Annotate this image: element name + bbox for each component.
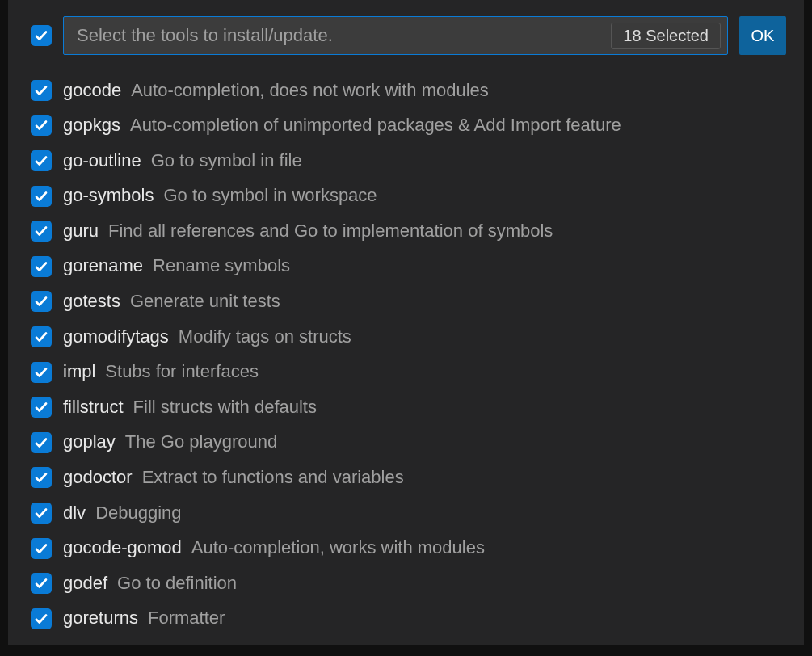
item-name: go-symbols [63,184,154,208]
item-name: gocode [63,79,121,103]
item-checkbox[interactable] [31,326,52,347]
item-text: go-outlineGo to symbol in file [63,149,302,173]
list-item[interactable]: godoctorExtract to functions and variabl… [31,460,786,496]
check-icon [34,189,48,204]
item-description: Go to symbol in file [151,149,302,173]
item-text: fillstructFill structs with defaults [63,396,317,419]
item-description: Auto-completion, works with modules [191,536,485,560]
item-description: Auto-completion of unimported packages &… [130,114,621,137]
item-name: gomodifytags [63,326,169,349]
check-icon [34,400,48,414]
item-text: guruFind all references and Go to implem… [63,220,553,243]
item-checkbox[interactable] [31,362,52,383]
check-icon [34,365,48,380]
item-checkbox[interactable] [31,432,52,453]
item-text: dlvDebugging [63,502,182,525]
check-icon [34,506,48,520]
check-icon [34,153,48,168]
list-item[interactable]: godefGo to definition [31,566,786,601]
list-item[interactable]: go-symbolsGo to symbol in workspace [31,179,786,214]
check-icon [34,294,48,309]
list-item[interactable]: gorenameRename symbols [31,249,786,284]
item-text: gomodifytagsModify tags on structs [63,326,351,349]
item-text: goreturnsFormatter [63,607,225,630]
item-checkbox[interactable] [31,115,52,136]
list-item[interactable]: implStubs for interfaces [31,355,786,390]
item-description: Extract to functions and variables [142,466,404,490]
item-name: gocode-gomod [63,536,182,560]
item-name: go-outline [63,149,141,173]
item-description: Stubs for interfaces [105,360,259,384]
item-checkbox[interactable] [31,221,52,242]
list-item[interactable]: gocodeAuto-completion, does not work wit… [31,73,786,108]
item-checkbox[interactable] [31,150,52,171]
check-icon [34,435,48,450]
list-item[interactable]: dlvDebugging [31,495,786,531]
item-checkbox[interactable] [31,291,52,312]
list-item[interactable]: gomodifytagsModify tags on structs [31,319,786,355]
item-checkbox[interactable] [31,608,52,629]
item-checkbox[interactable] [31,467,52,488]
item-name: godoctor [63,466,133,490]
item-name: guru [63,220,99,243]
item-description: Find all references and Go to implementa… [108,220,553,243]
quickpick-panel: 18 Selected OK gocodeAuto-completion, do… [8,0,804,645]
item-text: implStubs for interfaces [63,360,259,384]
selection-count-badge: 18 Selected [611,23,721,49]
item-text: goplayThe Go playground [63,431,277,454]
check-icon [34,470,48,485]
item-text: godefGo to definition [63,572,237,595]
filter-input-container: 18 Selected [63,16,728,55]
item-description: Generate unit tests [130,290,280,313]
check-icon [34,83,48,98]
check-icon [34,612,48,626]
tool-list: gocodeAuto-completion, does not work wit… [31,73,786,637]
check-icon [34,576,48,591]
item-text: gorenameRename symbols [63,254,290,278]
item-name: gotests [63,290,120,313]
item-description: Modify tags on structs [179,326,351,349]
item-description: Auto-completion, does not work with modu… [131,79,489,103]
list-item[interactable]: gotestsGenerate unit tests [31,284,786,320]
item-name: gopkgs [63,114,120,137]
item-checkbox[interactable] [31,538,52,559]
item-checkbox[interactable] [31,80,52,101]
check-icon [34,330,48,344]
item-text: gopkgsAuto-completion of unimported pack… [63,114,621,137]
item-description: Fill structs with defaults [133,396,317,419]
select-all-checkbox[interactable] [31,25,52,46]
item-name: fillstruct [63,396,124,419]
item-text: go-symbolsGo to symbol in workspace [63,184,377,208]
list-item[interactable]: gopkgsAuto-completion of unimported pack… [31,108,786,144]
item-name: godef [63,572,107,595]
check-icon [34,224,48,238]
list-item[interactable]: go-outlineGo to symbol in file [31,143,786,179]
check-icon [34,118,48,132]
list-item[interactable]: goplayThe Go playground [31,425,786,460]
item-checkbox[interactable] [31,186,52,207]
item-description: Go to definition [117,572,237,595]
item-checkbox[interactable] [31,256,52,277]
item-checkbox[interactable] [31,573,52,594]
item-name: dlv [63,502,86,525]
filter-input[interactable] [75,17,611,54]
item-checkbox[interactable] [31,503,52,524]
item-name: gorename [63,254,143,278]
item-text: gocode-gomodAuto-completion, works with … [63,536,485,560]
item-description: Rename symbols [153,254,290,278]
item-checkbox[interactable] [31,397,52,418]
list-item[interactable]: goreturnsFormatter [31,601,786,637]
check-icon [34,259,48,274]
list-item[interactable]: fillstructFill structs with defaults [31,389,786,425]
check-icon [34,541,48,556]
item-name: impl [63,360,95,384]
ok-button[interactable]: OK [739,16,786,55]
list-item[interactable]: gocode-gomodAuto-completion, works with … [31,531,786,566]
item-description: Go to symbol in workspace [163,184,377,208]
item-description: Formatter [148,607,225,630]
item-text: gocodeAuto-completion, does not work wit… [63,79,489,103]
item-description: The Go playground [125,431,277,454]
check-icon [34,28,48,43]
item-description: Debugging [95,502,181,525]
list-item[interactable]: guruFind all references and Go to implem… [31,213,786,249]
